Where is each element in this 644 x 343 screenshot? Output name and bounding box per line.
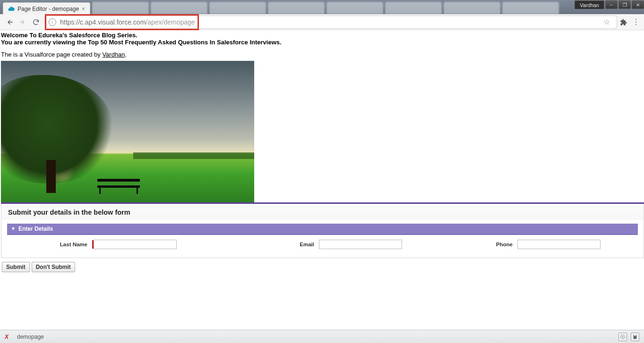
page-content: Welcome To Edureka's Salesforce Blog Ser… [0,30,644,276]
section-header[interactable]: ▼ Enter Details [7,224,638,235]
bookmark-star-icon[interactable]: ☆ [603,17,610,26]
field-last-name: Last Name [7,240,272,249]
tab-inactive[interactable] [209,2,266,14]
dev-save-icon[interactable] [631,333,639,341]
created-by-prefix: The is a Visualforce page created by [1,51,102,58]
label-phone: Phone [480,242,513,247]
tab-close-icon[interactable]: × [82,6,85,12]
welcome-heading-line1: Welcome To Edureka's Salesforce Blog Ser… [1,32,644,39]
hero-image [1,61,254,202]
nav-forward-button[interactable] [16,16,29,29]
created-by-line: The is a Visualforce page created by Var… [1,51,644,58]
dev-status-icon[interactable] [618,333,627,341]
author-link[interactable]: Vardhan [102,51,125,58]
address-bar[interactable]: i https://c.ap4.visual.force.com/apex/de… [44,16,617,29]
tab-title: Page Editor - demopage [17,6,79,12]
os-close-button[interactable]: ✕ [632,0,644,9]
section-collapse-icon[interactable]: ▼ [11,226,16,231]
os-maximize-button[interactable]: ❐ [618,0,631,9]
tab-inactive[interactable] [326,2,383,14]
cloud-icon [8,6,15,12]
browser-toolbar: i https://c.ap4.visual.force.com/apex/de… [0,14,644,30]
tab-inactive[interactable] [444,2,500,14]
input-last-name[interactable] [94,240,177,249]
site-info-icon[interactable]: i [49,18,56,26]
pageblock: Submit your details in the below form ▼ … [1,204,644,258]
os-minimize-button[interactable]: − [605,0,618,9]
input-email[interactable] [319,240,402,249]
form-row: Last Name Email Phone [7,235,638,249]
os-user-badge[interactable]: Vardhan [575,0,604,9]
submit-button[interactable]: Submit [2,262,30,272]
dev-page-name[interactable]: demopage [17,334,44,340]
field-email: Email [272,240,470,249]
pageblock-title: Submit your details in the below form [1,204,644,220]
browser-tabstrip: Page Editor - demopage × [0,0,644,14]
label-last-name: Last Name [54,242,87,247]
tab-inactive[interactable] [385,2,442,14]
tab-inactive[interactable] [151,2,207,14]
cancel-button[interactable]: Don't Submit [32,262,75,272]
tab-active[interactable]: Page Editor - demopage × [3,2,90,15]
input-phone[interactable] [517,240,601,249]
welcome-heading-line2: You are currently viewing the Top 50 Mos… [1,39,644,46]
address-text: https://c.ap4.visual.force.com/apex/demo… [60,18,195,26]
button-bar: Submit Don't Submit [1,258,644,276]
created-by-suffix: . [125,51,127,58]
nav-reload-button[interactable] [29,16,43,29]
section-title: Enter Details [18,226,53,232]
tab-inactive[interactable] [92,2,149,14]
extension-icon[interactable] [620,18,627,26]
tab-inactive[interactable] [502,2,559,14]
developer-footer: X demopage [0,330,644,343]
field-phone: Phone [470,240,638,249]
browser-menu-icon[interactable]: ⋮ [632,17,639,26]
tab-inactive[interactable] [268,2,325,14]
nav-back-button[interactable] [3,16,16,29]
label-email: Email [281,242,314,247]
dev-error-icon[interactable]: X [5,334,9,340]
